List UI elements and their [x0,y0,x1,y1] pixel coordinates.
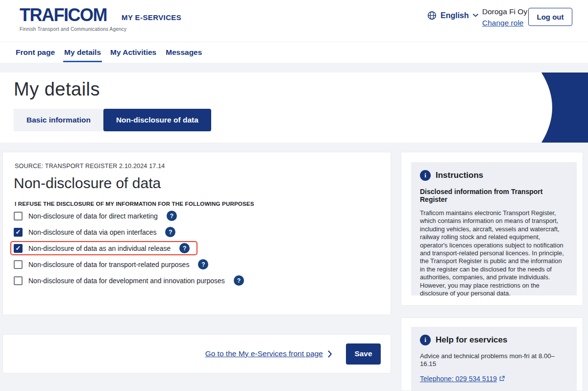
checkbox-label: Non-disclosure of data via open interfac… [28,228,156,236]
help-header: i Help for eservices [420,335,568,345]
checkbox-row-direct-marketing[interactable]: Non-disclosure of data for direct market… [10,209,185,223]
help-icon[interactable]: ? [165,227,175,237]
checkbox-group-label: I REFUSE THE DISCLOSURE OF MY INFORMATIO… [15,201,254,207]
instructions-header: i Instructions [420,170,568,181]
help-title: Help for eservices [436,335,507,345]
user-block: Doroga Fi Oy Change role [482,6,527,28]
checkbox-label: Non-disclosure of data as an individual … [28,244,171,252]
check-icon: ✓ [16,229,21,235]
help-card: i Help for eservices Advice and technica… [401,318,583,391]
change-role-link[interactable]: Change role [482,18,523,28]
instructions-subtitle: Disclosed information from Transport Reg… [420,188,568,203]
logo-subtitle: Finnish Transport and Communications Age… [20,26,126,32]
details-tabs: Basic information Non-disclosure of data [14,109,211,131]
chevron-right-icon [328,350,332,358]
help-body: Advice and technical problems mon-fri at… [420,352,568,368]
language-label: English [441,11,469,20]
nav-item-messages[interactable]: Messages [165,42,203,63]
globe-icon [427,11,437,20]
check-icon: ✓ [16,245,21,251]
page-title: My details [14,79,100,100]
help-panel: i Help for eservices Advice and technica… [411,327,577,391]
external-link-icon [499,376,505,381]
telephone-link-text: Telephone: 029 534 5119 [420,375,497,383]
checkbox-row-development-innovation[interactable]: Non-disclosure of data for development a… [10,273,252,288]
action-bar: Go to the My e-Services front page Save [2,334,391,373]
checkbox-label: Non-disclosure of data for development a… [28,277,225,285]
help-icon[interactable]: ? [179,243,190,253]
app-header: TRAFICOM Finnish Transport and Communica… [0,0,588,42]
checkbox-row-individual-release[interactable]: ✓ Non-disclosure of data as an individua… [10,241,197,255]
language-selector[interactable]: English [427,11,478,20]
checkbox-label: Non-disclosure of data for direct market… [28,212,158,220]
page: TRAFICOM Finnish Transport and Communica… [0,0,588,391]
hero-band: My details Basic information Non-disclos… [0,73,588,143]
checkbox-row-open-interfaces[interactable]: ✓ Non-disclosure of data via open interf… [10,225,183,239]
checkbox-unchecked[interactable] [14,260,23,269]
chevron-down-icon [473,14,478,17]
instructions-card: i Instructions Disclosed information fro… [401,152,583,306]
traficom-logo-wordmark: TRAFICOM [20,6,120,24]
non-disclosure-card: SOURCE: TRANSPORT REGISTER 2.10.2024 17.… [2,152,391,315]
instructions-body: Traficom maintains electronic Transport … [420,209,568,297]
checkbox-row-transport-related[interactable]: Non-disclosure of data for transport-rel… [10,257,216,271]
user-name: Doroga Fi Oy [482,6,527,17]
instructions-panel: i Instructions Disclosed information fro… [411,162,577,295]
checkbox-checked[interactable]: ✓ [14,228,23,237]
nav-item-my-details[interactable]: My details [63,42,102,63]
help-icon[interactable]: ? [234,275,244,286]
front-page-link-text: Go to the My e-Services front page [205,349,323,358]
telephone-link[interactable]: Telephone: 029 534 5119 [420,375,505,383]
tab-non-disclosure[interactable]: Non-disclosure of data [103,109,211,131]
checkbox-list: Non-disclosure of data for direct market… [10,209,252,290]
help-icon[interactable]: ? [167,211,177,221]
logo-text: TRAFICOM [20,6,107,24]
primary-nav: Front page My details My Activities Mess… [0,42,588,63]
checkbox-unchecked[interactable] [14,212,23,220]
info-icon: i [420,170,431,181]
source-line: SOURCE: TRANSPORT REGISTER 2.10.2024 17.… [15,163,165,170]
front-page-link[interactable]: Go to the My e-Services front page [205,349,332,358]
hero-decorative-shape [541,73,588,143]
checkbox-checked[interactable]: ✓ [14,244,23,253]
logout-button[interactable]: Log out [528,8,572,26]
section-title: Non-disclosure of data [14,175,161,192]
nav-item-front-page[interactable]: Front page [15,42,56,63]
nav-item-my-activities[interactable]: My Activities [109,42,157,63]
checkbox-label: Non-disclosure of data for transport-rel… [28,261,189,269]
help-icon[interactable]: ? [198,259,208,269]
tab-basic-information[interactable]: Basic information [14,109,103,131]
info-icon: i [420,335,431,345]
save-button[interactable]: Save [346,343,381,365]
checkbox-unchecked[interactable] [14,276,23,285]
portal-title: MY E-SERVICES [122,13,181,22]
instructions-title: Instructions [436,171,483,180]
traficom-logo[interactable]: TRAFICOM Finnish Transport and Communica… [20,6,126,32]
